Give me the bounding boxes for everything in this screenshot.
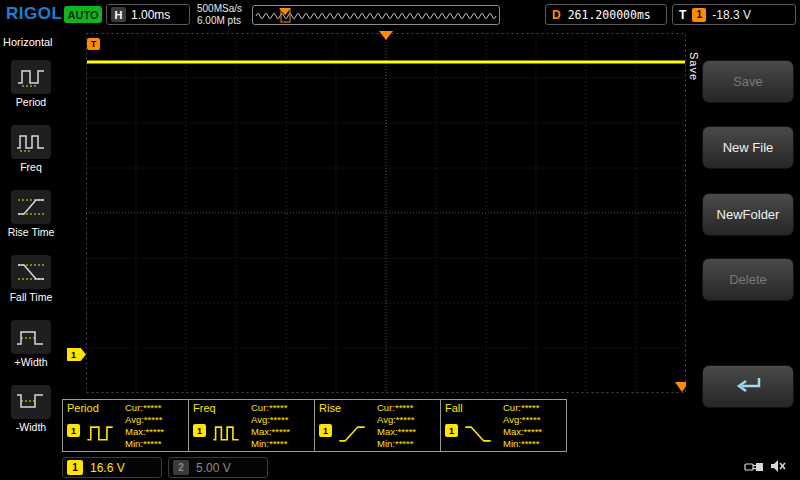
stat-min: Min:***** [125, 438, 164, 450]
horizontal-label: H [111, 7, 126, 22]
menu-button-save[interactable]: Save [702, 60, 794, 103]
stat-cur: Cur:***** [251, 402, 290, 414]
stat-max: Max:***** [251, 426, 290, 438]
menu-button-new-folder[interactable]: NewFolder [702, 193, 794, 236]
ch1-level-marker[interactable]: 1 [67, 348, 86, 361]
ch1-marker-label: 1 [71, 350, 76, 360]
sidebar-item-rise-time[interactable]: Rise Time [0, 190, 62, 255]
channel-badge: 1 [319, 424, 332, 437]
measurement-panel-rise[interactable]: Rise 1 Cur:***** Avg:***** Max:***** Min… [314, 399, 441, 452]
measurement-panel-freq[interactable]: Freq 1 Cur:***** Avg:***** Max:***** Min… [188, 399, 315, 452]
measurement-stats: Cur:***** Avg:***** Max:***** Min:***** [377, 402, 416, 450]
measurement-panel-fall[interactable]: Fall 1 Cur:***** Avg:***** Max:***** Min… [440, 399, 567, 452]
sidebar-item-fall-time[interactable]: Fall Time [0, 255, 62, 320]
stat-max: Max:***** [125, 426, 164, 438]
measurement-name: Freq [193, 402, 216, 414]
usb-icon [744, 459, 764, 479]
stat-cur: Cur:***** [377, 402, 416, 414]
channel2-status[interactable]: 2 5.00 V [168, 457, 268, 478]
return-arrow-icon [728, 374, 768, 399]
measurement-stats: Cur:***** Avg:***** Max:***** Min:***** [503, 402, 542, 450]
horizontal-measure-sidebar: Horizontal Period Freq Rise Time [0, 30, 62, 456]
rigol-logo: RIGOL [6, 4, 62, 24]
measurement-stats: Cur:***** Avg:***** Max:***** Min:***** [125, 402, 164, 450]
sidebar-item-minus-width[interactable]: -Width [0, 385, 62, 450]
timebase-value: 1.00ms [131, 8, 170, 22]
channel2-scale: 5.00 V [196, 461, 231, 475]
sidebar-item-label: Freq [20, 162, 42, 173]
measurement-panel-period[interactable]: Period 1 Cur:***** Avg:***** Max:***** M… [62, 399, 189, 452]
measurement-name: Fall [445, 402, 463, 414]
delay-reference-marker: T [87, 38, 100, 50]
channel-badge: 1 [445, 424, 458, 437]
channel1-scale: 16.6 V [90, 461, 125, 475]
trigger-box[interactable]: T 1 -18.3 V [672, 4, 796, 25]
sidebar-item-label: Fall Time [10, 292, 53, 303]
delay-value: 261.200000ms [568, 8, 651, 22]
trigger-label: T [679, 8, 686, 22]
sidebar-item-plus-width[interactable]: +Width [0, 320, 62, 385]
sidebar-items: Period Freq Rise Time Fall Time [0, 60, 62, 450]
sidebar-item-label: -Width [16, 422, 46, 433]
run-status-badge[interactable]: AUTO [64, 6, 102, 23]
minus-width-icon [11, 385, 51, 419]
fall-wave-icon [463, 422, 493, 450]
stat-avg: Avg:***** [377, 414, 416, 426]
stat-cur: Cur:***** [125, 402, 164, 414]
memory-waveform-path [256, 14, 496, 19]
stat-min: Min:***** [503, 438, 542, 450]
menu-tab-save: Save [688, 52, 700, 81]
stat-avg: Avg:***** [251, 414, 290, 426]
menu-button-new-file[interactable]: New File [702, 126, 794, 169]
period-wave-icon [85, 422, 115, 450]
period-icon [11, 60, 51, 94]
stat-max: Max:***** [377, 426, 416, 438]
measurement-stats: Cur:***** Avg:***** Max:***** Min:***** [251, 402, 290, 450]
trigger-level-value: -18.3 V [712, 8, 751, 22]
plus-width-icon [11, 320, 51, 354]
channel-status-bar: 1 16.6 V 2 5.00 V [0, 456, 800, 480]
save-menu: Save Save New File NewFolder Delete [686, 30, 800, 456]
stat-avg: Avg:***** [125, 414, 164, 426]
memory-waveform-icon [253, 6, 499, 24]
top-status-bar: RIGOL AUTO H 1.00ms 500MSa/s 6.00M pts D… [0, 0, 800, 30]
sidebar-item-freq[interactable]: Freq [0, 125, 62, 190]
freq-wave-icon [211, 422, 241, 450]
channel1-status[interactable]: 1 16.6 V [62, 457, 162, 478]
delay-marker-label: T [91, 39, 97, 49]
sidebar-item-label: Period [16, 97, 46, 108]
channel-badge: 1 [193, 424, 206, 437]
horizontal-timebase-box[interactable]: H 1.00ms [106, 4, 190, 25]
fall-time-icon [11, 255, 51, 289]
stat-max: Max:***** [503, 426, 542, 438]
stat-cur: Cur:***** [503, 402, 542, 414]
sidebar-item-label: +Width [15, 357, 48, 368]
menu-button-delete[interactable]: Delete [702, 258, 794, 301]
channel1-badge: 1 [67, 460, 83, 475]
waveform-display[interactable]: T 1 [62, 30, 686, 398]
measurement-name: Period [67, 402, 99, 414]
sidebar-title: Horizontal [0, 30, 62, 54]
rise-wave-icon [337, 422, 367, 450]
sidebar-item-period[interactable]: Period [0, 60, 62, 125]
oscilloscope-screen: RIGOL AUTO H 1.00ms 500MSa/s 6.00M pts D… [0, 0, 800, 480]
speaker-muted-icon[interactable] [770, 459, 788, 479]
rise-time-icon [11, 190, 51, 224]
stat-avg: Avg:***** [503, 414, 542, 426]
freq-icon [11, 125, 51, 159]
channel-badge: 1 [67, 424, 80, 437]
stat-min: Min:***** [251, 438, 290, 450]
channel2-badge: 2 [173, 460, 189, 475]
sidebar-item-label: Rise Time [8, 227, 55, 238]
acquisition-info: 500MSa/s 6.00M pts [197, 3, 242, 27]
measurement-row: Period 1 Cur:***** Avg:***** Max:***** M… [62, 399, 566, 452]
sample-rate: 500MSa/s [197, 3, 242, 15]
trigger-position-marker[interactable] [379, 31, 393, 40]
stat-min: Min:***** [377, 438, 416, 450]
memory-depth: 6.00M pts [197, 15, 242, 27]
graticule-grid [86, 33, 686, 393]
enter-button[interactable] [702, 365, 794, 408]
trigger-source-icon: 1 [692, 8, 706, 22]
delay-box[interactable]: D 261.200000ms [545, 4, 667, 25]
memory-position-strip[interactable] [252, 5, 500, 25]
